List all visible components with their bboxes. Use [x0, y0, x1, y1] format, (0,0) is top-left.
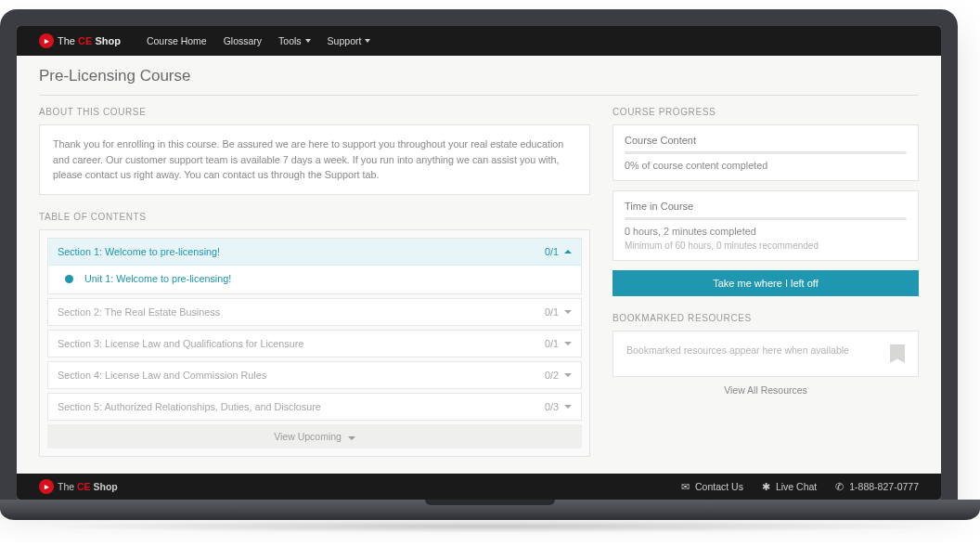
chevron-down-icon	[348, 436, 355, 440]
toc-section-count: 0/1	[545, 246, 559, 257]
about-heading: ABOUT THIS COURSE	[39, 107, 590, 117]
chevron-down-icon	[564, 342, 572, 345]
resume-button[interactable]: Take me where I left off	[612, 270, 919, 296]
toc-section-header[interactable]: Section 1: Welcome to pre-licensing! 0/1	[48, 239, 581, 266]
brand-ce: CE	[77, 481, 91, 492]
play-badge-icon: ▸	[39, 479, 54, 494]
table-of-contents: Section 1: Welcome to pre-licensing! 0/1…	[39, 229, 590, 457]
bookmarks-card: Bookmarked resources appear here when av…	[612, 331, 919, 377]
chevron-up-icon	[564, 250, 572, 254]
toc-section-title: Section 4: License Law and Commission Ru…	[58, 370, 266, 381]
footer-phone-label: 1-888-827-0777	[849, 481, 919, 492]
progress-content-title: Course Content	[625, 135, 907, 146]
toc-section-count: 0/3	[545, 401, 559, 412]
toc-section: Section 5: Authorized Relationships, Dut…	[47, 393, 582, 421]
play-badge-icon: ▸	[39, 33, 54, 48]
bookmarks-empty-text: Bookmarked resources appear here when av…	[626, 344, 849, 356]
footer-livechat-link[interactable]: ✱ Live Chat	[762, 481, 817, 492]
progress-bar	[625, 217, 907, 220]
divider	[39, 95, 919, 96]
progress-content-status: 0% of course content completed	[625, 160, 907, 171]
laptop-frame: ▸ The CE Shop Course Home Glossary Tools…	[0, 9, 958, 500]
footer-contact-label: Contact Us	[695, 481, 743, 492]
progress-content-card: Course Content 0% of course content comp…	[612, 124, 919, 181]
toc-section-header[interactable]: Section 3: License Law and Qualification…	[48, 331, 581, 357]
view-upcoming-label: View Upcoming	[274, 431, 342, 442]
top-nav-bar: ▸ The CE Shop Course Home Glossary Tools…	[17, 26, 941, 56]
bookmarks-heading: BOOKMARKED RESOURCES	[612, 313, 919, 323]
chat-icon: ✱	[762, 481, 770, 492]
toc-section-header[interactable]: Section 5: Authorized Relationships, Dut…	[48, 394, 581, 420]
toc-section-title: Section 2: The Real Estate Business	[58, 306, 220, 318]
chevron-down-icon	[564, 405, 572, 409]
toc-section-title: Section 5: Authorized Relationships, Dut…	[58, 401, 321, 412]
right-column: COURSE PROGRESS Course Content 0% of cou…	[612, 103, 919, 474]
main-content: ABOUT THIS COURSE Thank you for enrollin…	[17, 103, 941, 474]
left-column: ABOUT THIS COURSE Thank you for enrollin…	[39, 103, 590, 474]
toc-section-count: 0/1	[545, 338, 559, 349]
mail-icon: ✉	[681, 481, 690, 492]
progress-time-status: 0 hours, 2 minutes completed	[625, 226, 907, 237]
toc-unit-title: Unit 1: Welcome to pre-licensing!	[84, 273, 231, 284]
nav-support[interactable]: Support	[328, 35, 371, 46]
footer-links: ✉ Contact Us ✱ Live Chat ✆ 1-888-827-077…	[681, 481, 919, 492]
footer-phone-link[interactable]: ✆ 1-888-827-0777	[835, 481, 919, 492]
toc-section-title: Section 1: Welcome to pre-licensing!	[58, 246, 220, 257]
about-card: Thank you for enrolling in this course. …	[39, 124, 590, 195]
nav-course-home[interactable]: Course Home	[147, 35, 207, 46]
unit-status-dot-icon	[65, 275, 73, 283]
screen: ▸ The CE Shop Course Home Glossary Tools…	[17, 26, 941, 500]
page-title: Pre-Licensing Course	[39, 67, 919, 85]
laptop-base	[0, 500, 980, 520]
chevron-down-icon	[564, 310, 572, 314]
toc-section-count: 0/2	[545, 370, 559, 381]
footer-contact-link[interactable]: ✉ Contact Us	[681, 481, 743, 492]
view-upcoming-button[interactable]: View Upcoming	[47, 424, 582, 448]
progress-time-sub: Minimum of 60 hours, 0 minutes recommend…	[625, 240, 907, 251]
nav-glossary[interactable]: Glossary	[224, 35, 262, 46]
brand-the: The	[58, 481, 74, 492]
toc-section-header[interactable]: Section 4: License Law and Commission Ru…	[48, 362, 581, 388]
chevron-down-icon	[305, 39, 311, 43]
toc-section: Section 2: The Real Estate Business 0/1	[47, 298, 582, 326]
view-all-resources-link[interactable]: View All Resources	[612, 384, 919, 396]
progress-bar	[625, 151, 907, 154]
toc-section-count: 0/1	[545, 306, 559, 318]
nav-support-label: Support	[328, 35, 362, 46]
page-title-row: Pre-Licensing Course	[17, 56, 941, 91]
phone-icon: ✆	[835, 481, 844, 492]
toc-section: Section 4: License Law and Commission Ru…	[47, 361, 582, 389]
chevron-down-icon	[564, 373, 572, 377]
brand-ce: CE	[78, 35, 92, 46]
toc-section-header[interactable]: Section 2: The Real Estate Business 0/1	[48, 299, 581, 325]
brand-shop: Shop	[94, 481, 118, 492]
progress-heading: COURSE PROGRESS	[612, 107, 919, 117]
toc-section: Section 1: Welcome to pre-licensing! 0/1…	[47, 238, 582, 294]
brand-the: The	[58, 35, 75, 46]
toc-unit[interactable]: Unit 1: Welcome to pre-licensing!	[48, 266, 581, 293]
footer-logo[interactable]: ▸ The CE Shop	[39, 479, 118, 494]
progress-time-card: Time in Course 0 hours, 2 minutes comple…	[612, 190, 919, 261]
brand-logo[interactable]: ▸ The CE Shop	[39, 33, 121, 48]
toc-section: Section 3: License Law and Qualification…	[47, 330, 582, 358]
footer-livechat-label: Live Chat	[776, 481, 817, 492]
chevron-down-icon	[365, 39, 370, 43]
brand-shop: Shop	[95, 35, 121, 46]
bookmark-flag-icon	[890, 344, 905, 363]
toc-section-title: Section 3: License Law and Qualification…	[58, 338, 303, 349]
toc-heading: TABLE OF CONTENTS	[39, 212, 590, 222]
progress-time-title: Time in Course	[625, 201, 907, 212]
nav-tools-label: Tools	[278, 35, 302, 46]
laptop-shadow	[35, 520, 945, 533]
footer-bar: ▸ The CE Shop ✉ Contact Us ✱ Live Chat ✆…	[17, 474, 941, 500]
primary-nav: Course Home Glossary Tools Support	[147, 35, 371, 46]
nav-tools[interactable]: Tools	[278, 35, 311, 46]
